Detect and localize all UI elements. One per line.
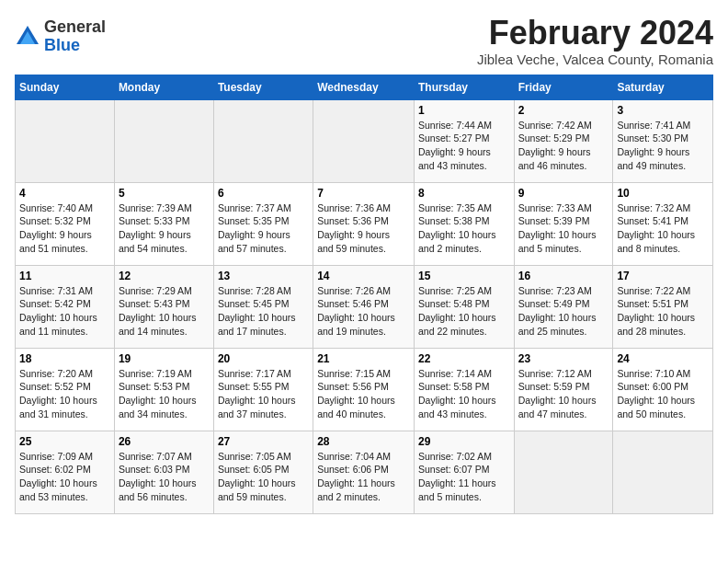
calendar-cell [613,431,713,513]
day-number: 4 [19,187,110,200]
day-info: Sunrise: 7:36 AM Sunset: 5:36 PM Dayligh… [317,201,410,256]
day-info: Sunrise: 7:44 AM Sunset: 5:27 PM Dayligh… [418,119,510,173]
calendar-body: 1Sunrise: 7:44 AM Sunset: 5:27 PM Daylig… [16,99,713,513]
day-info: Sunrise: 7:28 AM Sunset: 5:45 PM Dayligh… [218,284,309,339]
day-number: 9 [518,187,609,200]
title-section: February 2024 Jiblea Veche, Valcea Count… [477,15,713,67]
calendar-cell: 5Sunrise: 7:39 AM Sunset: 5:33 PM Daylig… [114,182,213,265]
calendar-cell [16,99,115,182]
day-info: Sunrise: 7:02 AM Sunset: 6:07 PM Dayligh… [418,450,510,504]
day-info: Sunrise: 7:29 AM Sunset: 5:43 PM Dayligh… [119,284,210,339]
calendar-cell: 6Sunrise: 7:37 AM Sunset: 5:35 PM Daylig… [213,182,313,265]
day-info: Sunrise: 7:19 AM Sunset: 5:53 PM Dayligh… [119,367,210,421]
day-number: 5 [119,187,210,200]
day-info: Sunrise: 7:26 AM Sunset: 5:46 PM Dayligh… [317,284,410,339]
header-day-tuesday: Tuesday [213,75,313,99]
calendar-cell [114,99,213,182]
calendar-cell: 15Sunrise: 7:25 AM Sunset: 5:48 PM Dayli… [414,265,514,348]
day-number: 18 [19,352,110,365]
day-number: 6 [218,187,309,200]
calendar-cell: 24Sunrise: 7:10 AM Sunset: 6:00 PM Dayli… [613,348,713,431]
day-number: 22 [418,352,510,365]
day-info: Sunrise: 7:40 AM Sunset: 5:32 PM Dayligh… [19,201,110,256]
day-info: Sunrise: 7:23 AM Sunset: 5:49 PM Dayligh… [518,284,609,339]
week-row-3: 11Sunrise: 7:31 AM Sunset: 5:42 PM Dayli… [16,265,713,348]
day-info: Sunrise: 7:09 AM Sunset: 6:02 PM Dayligh… [19,450,110,504]
calendar-cell: 12Sunrise: 7:29 AM Sunset: 5:43 PM Dayli… [114,265,213,348]
calendar-cell: 10Sunrise: 7:32 AM Sunset: 5:41 PM Dayli… [613,182,713,265]
calendar-cell: 28Sunrise: 7:04 AM Sunset: 6:06 PM Dayli… [313,431,415,513]
calendar-cell: 22Sunrise: 7:14 AM Sunset: 5:58 PM Dayli… [414,348,514,431]
day-number: 16 [518,270,609,282]
day-info: Sunrise: 7:35 AM Sunset: 5:38 PM Dayligh… [418,201,510,256]
calendar-cell: 21Sunrise: 7:15 AM Sunset: 5:56 PM Dayli… [313,348,415,431]
week-row-2: 4Sunrise: 7:40 AM Sunset: 5:32 PM Daylig… [16,182,713,265]
day-info: Sunrise: 7:17 AM Sunset: 5:55 PM Dayligh… [218,367,309,421]
day-info: Sunrise: 7:41 AM Sunset: 5:30 PM Dayligh… [617,119,709,173]
calendar-cell: 11Sunrise: 7:31 AM Sunset: 5:42 PM Dayli… [16,265,115,348]
day-number: 19 [119,352,210,365]
week-row-1: 1Sunrise: 7:44 AM Sunset: 5:27 PM Daylig… [16,99,713,182]
calendar-cell [514,431,613,513]
calendar-table: SundayMondayTuesdayWednesdayThursdayFrid… [15,75,713,514]
calendar-cell: 18Sunrise: 7:20 AM Sunset: 5:52 PM Dayli… [16,348,115,431]
day-info: Sunrise: 7:15 AM Sunset: 5:56 PM Dayligh… [317,367,410,421]
logo-general-text: General [44,18,106,37]
day-number: 20 [218,352,309,365]
header-day-monday: Monday [114,75,213,99]
subtitle: Jiblea Veche, Valcea County, Romania [477,52,713,67]
calendar-cell: 23Sunrise: 7:12 AM Sunset: 5:59 PM Dayli… [514,348,613,431]
day-number: 17 [617,270,709,282]
calendar-cell: 1Sunrise: 7:44 AM Sunset: 5:27 PM Daylig… [414,99,514,182]
day-info: Sunrise: 7:39 AM Sunset: 5:33 PM Dayligh… [119,201,210,256]
day-info: Sunrise: 7:33 AM Sunset: 5:39 PM Dayligh… [518,201,609,256]
calendar-cell: 20Sunrise: 7:17 AM Sunset: 5:55 PM Dayli… [213,348,313,431]
day-number: 26 [119,435,210,448]
day-number: 24 [617,352,709,365]
calendar-cell [213,99,313,182]
day-number: 25 [19,435,110,448]
logo-text: General Blue [44,18,106,55]
day-info: Sunrise: 7:42 AM Sunset: 5:29 PM Dayligh… [518,119,609,173]
week-row-4: 18Sunrise: 7:20 AM Sunset: 5:52 PM Dayli… [16,348,713,431]
week-row-5: 25Sunrise: 7:09 AM Sunset: 6:02 PM Dayli… [16,431,713,513]
calendar-cell: 13Sunrise: 7:28 AM Sunset: 5:45 PM Dayli… [213,265,313,348]
header-day-friday: Friday [514,75,613,99]
logo-icon [15,24,40,50]
day-info: Sunrise: 7:20 AM Sunset: 5:52 PM Dayligh… [19,367,110,421]
day-info: Sunrise: 7:04 AM Sunset: 6:06 PM Dayligh… [317,450,410,504]
day-info: Sunrise: 7:14 AM Sunset: 5:58 PM Dayligh… [418,367,510,421]
day-number: 3 [617,104,709,117]
header-day-thursday: Thursday [414,75,514,99]
day-info: Sunrise: 7:37 AM Sunset: 5:35 PM Dayligh… [218,201,309,256]
day-number: 13 [218,270,309,282]
day-number: 14 [317,270,410,282]
day-number: 12 [119,270,210,282]
day-number: 1 [418,104,510,117]
day-number: 28 [317,435,410,448]
page-header: General Blue February 2024 Jiblea Veche,… [15,15,713,67]
calendar-cell: 25Sunrise: 7:09 AM Sunset: 6:02 PM Dayli… [16,431,115,513]
day-number: 8 [418,187,510,200]
header-day-saturday: Saturday [613,75,713,99]
calendar-cell: 17Sunrise: 7:22 AM Sunset: 5:51 PM Dayli… [613,265,713,348]
header-row: SundayMondayTuesdayWednesdayThursdayFrid… [16,75,713,99]
day-info: Sunrise: 7:05 AM Sunset: 6:05 PM Dayligh… [218,450,309,504]
day-info: Sunrise: 7:10 AM Sunset: 6:00 PM Dayligh… [617,367,709,421]
calendar-cell: 27Sunrise: 7:05 AM Sunset: 6:05 PM Dayli… [213,431,313,513]
day-number: 15 [418,270,510,282]
day-number: 27 [218,435,309,448]
calendar-cell: 19Sunrise: 7:19 AM Sunset: 5:53 PM Dayli… [114,348,213,431]
calendar-cell: 2Sunrise: 7:42 AM Sunset: 5:29 PM Daylig… [514,99,613,182]
day-number: 23 [518,352,609,365]
day-number: 29 [418,435,510,448]
logo: General Blue [15,18,106,55]
calendar-cell: 9Sunrise: 7:33 AM Sunset: 5:39 PM Daylig… [514,182,613,265]
day-number: 10 [617,187,709,200]
day-info: Sunrise: 7:12 AM Sunset: 5:59 PM Dayligh… [518,367,609,421]
day-number: 7 [317,187,410,200]
header-day-wednesday: Wednesday [313,75,415,99]
day-number: 2 [518,104,609,117]
calendar-cell: 7Sunrise: 7:36 AM Sunset: 5:36 PM Daylig… [313,182,415,265]
calendar-cell: 16Sunrise: 7:23 AM Sunset: 5:49 PM Dayli… [514,265,613,348]
